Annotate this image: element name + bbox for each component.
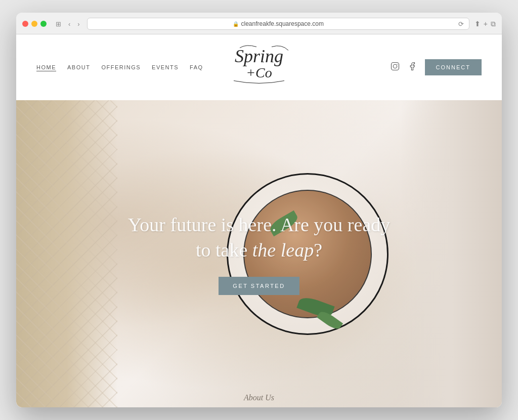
logo-text: Spring +Co [219,43,299,92]
svg-point-4 [397,64,398,65]
back-button[interactable]: ‹ [66,19,72,29]
facebook-icon[interactable] [408,62,417,73]
nav-links-left: HOME ABOUT OFFERINGS EVENTS FAQ [36,64,203,70]
nav-right: CONNeCT [391,59,482,75]
instagram-icon[interactable] [391,62,400,73]
traffic-lights [22,21,47,27]
maximize-button[interactable] [40,21,47,27]
nav-link-faq[interactable]: FAQ [190,64,203,70]
duplicate-button[interactable]: ⧉ [491,20,496,28]
forward-button[interactable]: › [75,19,81,29]
hero-headline-line2-suffix: ? [314,239,322,261]
hero-headline-line1: Your future is here. Are you ready [128,214,391,235]
svg-point-3 [393,64,397,68]
hero-headline-italic: the leap [252,239,314,261]
hero-section: Your future is here. Are you ready to ta… [16,100,502,407]
site-logo[interactable]: Spring +Co [219,43,299,92]
share-button[interactable]: ⬆ [474,20,481,28]
lock-icon: 🔒 [233,21,239,27]
hero-content: Your future is here. Are you ready to ta… [16,100,502,407]
new-tab-button[interactable]: + [484,20,488,28]
connect-button[interactable]: CONNeCT [425,59,482,75]
svg-rect-2 [391,63,399,70]
browser-window: ⊞ ‹ › 🔒 cleanfreakfe.squarespace.com ⟳ ⬆… [16,13,502,407]
nav-link-offerings[interactable]: OFFERINGS [101,64,141,70]
site-navigation: HOME ABOUT OFFERINGS EVENTS FAQ Spring +… [16,34,502,100]
about-hint: About Us [244,393,274,402]
website: HOME ABOUT OFFERINGS EVENTS FAQ Spring +… [16,34,502,407]
about-hint-text: About Us [244,393,274,402]
nav-link-home[interactable]: HOME [36,64,56,70]
close-button[interactable] [22,21,28,27]
reload-icon[interactable]: ⟳ [458,20,464,28]
minimize-button[interactable] [31,21,37,27]
url-text: cleanfreakfe.squarespace.com [241,20,324,27]
browser-chrome: ⊞ ‹ › 🔒 cleanfreakfe.squarespace.com ⟳ ⬆… [16,13,502,34]
hero-headline-line2-prefix: to take [196,239,252,261]
svg-text:+Co: +Co [246,65,272,80]
logo-svg-graphic: Spring +Co [219,43,299,89]
hero-headline: Your future is here. Are you ready to ta… [128,213,391,263]
browser-controls: ⊞ ‹ › [54,19,82,29]
sidebar-toggle-button[interactable]: ⊞ [54,19,63,29]
svg-text:Spring: Spring [235,46,283,66]
nav-link-events[interactable]: EVENTS [152,64,179,70]
address-bar[interactable]: 🔒 cleanfreakfe.squarespace.com ⟳ [87,18,469,30]
nav-link-about[interactable]: ABOUT [67,64,90,70]
browser-actions: ⬆ + ⧉ [474,20,496,28]
get-started-button[interactable]: GET STARTED [219,277,299,295]
